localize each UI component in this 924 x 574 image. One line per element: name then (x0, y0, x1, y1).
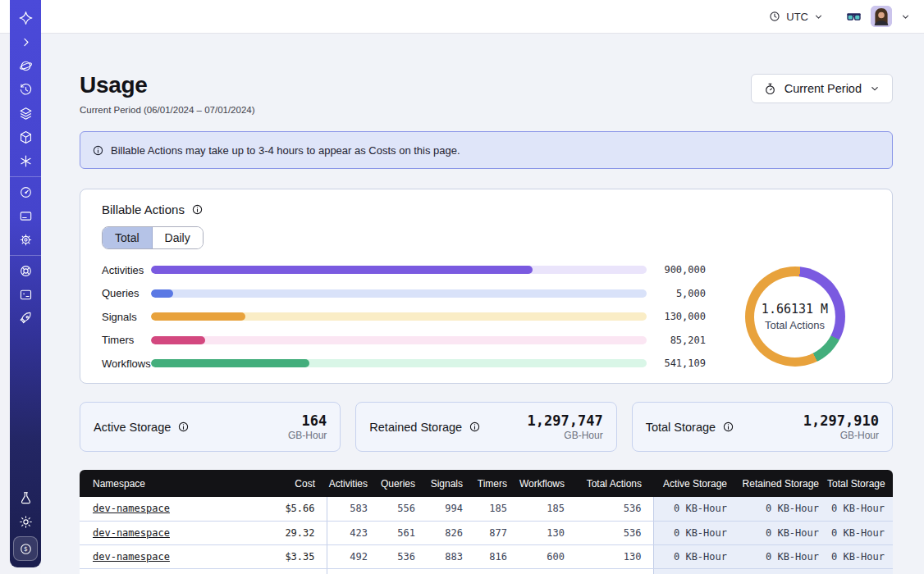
header-total-storage: Total Storage (827, 470, 893, 497)
header-namespace: Namespace (80, 470, 261, 497)
sidebar-item-metrics[interactable] (10, 180, 41, 204)
tab-total[interactable]: Total (103, 227, 153, 248)
flask-icon (18, 490, 34, 506)
table-row-partial (80, 568, 893, 574)
storage-card-label: Active Storage (94, 421, 190, 434)
bar-value: 5,000 (655, 288, 706, 299)
info-banner-text: Billable Actions may take up to 3-4 hour… (111, 144, 460, 157)
cell-activities: 423 (327, 521, 379, 544)
tab-daily[interactable]: Daily (153, 227, 203, 248)
info-icon[interactable] (722, 421, 734, 433)
sidebar-item-usage[interactable]: $ (13, 536, 38, 561)
namespace-usage-table: Namespace Cost Activities Queries Signal… (80, 470, 893, 574)
namespace-link[interactable]: dev-namespace (93, 527, 170, 539)
bar-track (151, 266, 647, 274)
chevron-right-icon (20, 36, 32, 48)
cell-timers: 816 (474, 544, 519, 568)
bar-fill-timers (151, 336, 205, 344)
storage-value: 1,297,910 (803, 412, 879, 429)
table-row: dev-namespace $3.35 492 536 883 816 600 … (80, 544, 893, 568)
period-selector-button[interactable]: Current Period (751, 74, 893, 103)
bar-label: Queries (102, 287, 151, 299)
bar-track (151, 289, 647, 298)
bar-value: 900,000 (655, 264, 706, 276)
cell-cost: $3.35 (261, 544, 327, 568)
header-cost: Cost (261, 470, 327, 497)
storage-value: 1,297,747 (528, 412, 603, 429)
storage-value: 164 (288, 412, 327, 429)
bar-track (151, 312, 647, 321)
bar-value: 130,000 (655, 311, 706, 322)
bar-fill-queries (151, 289, 173, 298)
sidebar-item-console[interactable] (10, 283, 41, 307)
sidebar-item-getting-started[interactable] (10, 307, 41, 330)
header-workflows: Workflows (519, 470, 576, 497)
cell-total-actions: 536 (576, 497, 653, 521)
clock-icon (768, 10, 781, 23)
cell-retained-storage: 0 KB-Hour (735, 497, 827, 521)
cell-activities: 492 (327, 544, 379, 568)
sidebar-item-labs[interactable] (10, 486, 41, 510)
sidebar-item-support[interactable] (10, 259, 41, 283)
sidebar-item-deployments[interactable] (10, 102, 41, 125)
cell-activities: 583 (327, 497, 379, 521)
cell-signals: 826 (427, 521, 474, 544)
goggles-icon (845, 8, 862, 25)
storage-unit: GB-Hour (528, 430, 603, 441)
bar-label: Activities (102, 264, 151, 276)
storage-label-text: Active Storage (94, 421, 171, 434)
storage-label-text: Retained Storage (369, 421, 462, 434)
topbar: UTC (0, 0, 924, 34)
sidebar-item-theme[interactable] (10, 510, 41, 534)
total-storage-card: Total Storage 1,297,910 GB-Hour (632, 402, 893, 452)
cell-queries: 536 (379, 544, 427, 568)
namespace-link[interactable]: dev-namespace (93, 551, 170, 563)
sidebar-divider (10, 176, 41, 177)
page-subtitle: Current Period (06/01/2024 – 07/01/2024) (80, 105, 255, 115)
donut-box: 1.66131 M Total Actions (719, 266, 871, 367)
clock-reset-icon (18, 82, 34, 98)
cell-signals: 883 (427, 544, 474, 568)
sidebar-item-billing[interactable] (10, 204, 41, 228)
sidebar-item-expand[interactable] (10, 30, 41, 54)
cell-queries: 561 (379, 521, 427, 544)
bar-fill-workflows (151, 359, 309, 367)
lifebuoy-icon (18, 263, 34, 279)
dollar-coin-icon: $ (18, 541, 34, 557)
asterisk-icon (18, 153, 34, 169)
cell-retained-storage: 0 KB-Hour (735, 521, 827, 544)
table-header-row: Namespace Cost Activities Queries Signal… (80, 470, 893, 497)
sidebar-item-nexus[interactable] (10, 149, 41, 173)
main-content: Usage Current Period (06/01/2024 – 07/01… (41, 34, 924, 574)
header-queries: Queries (379, 470, 427, 497)
sidebar-item-history[interactable] (10, 78, 41, 102)
namespace-link[interactable]: dev-namespace (93, 503, 170, 514)
sidebar-item-home[interactable] (10, 7, 41, 30)
console-icon (18, 287, 34, 303)
info-icon[interactable] (177, 421, 190, 433)
dev-goggles-button[interactable] (845, 8, 862, 25)
bar-fill-signals (151, 312, 245, 321)
sidebar-item-namespaces[interactable] (10, 54, 41, 78)
table-row: dev-namespace $5.66 583 556 994 185 185 … (80, 497, 893, 521)
page-header: Usage Current Period (06/01/2024 – 07/01… (80, 72, 893, 115)
account-chevron-icon[interactable] (900, 11, 911, 22)
avatar[interactable] (871, 6, 892, 27)
sidebar-item-workers[interactable] (10, 125, 41, 149)
retained-storage-card: Retained Storage 1,297,747 GB-Hour (355, 402, 616, 452)
info-icon[interactable] (191, 203, 204, 216)
sidebar-item-settings[interactable] (10, 228, 41, 252)
bar-label: Workflows (102, 358, 151, 370)
timezone-selector[interactable]: UTC (768, 10, 824, 23)
cell-retained-storage: 0 KB-Hour (735, 544, 827, 568)
bar-value: 85,201 (655, 335, 706, 346)
storage-card-label: Total Storage (646, 421, 734, 434)
storage-label-text: Total Storage (646, 421, 716, 434)
avatar-image (871, 6, 892, 27)
header-active-storage: Active Storage (653, 470, 735, 497)
bar-row-workflows: Workflows 541,109 (102, 356, 706, 371)
cell-active-storage: 0 KB-Hour (653, 521, 735, 544)
active-storage-card: Active Storage 164 GB-Hour (80, 402, 341, 452)
cell-workflows: 600 (519, 544, 576, 568)
info-icon[interactable] (469, 421, 481, 433)
